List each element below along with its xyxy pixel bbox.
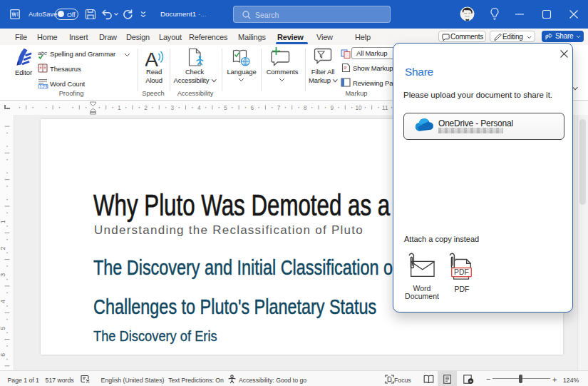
svg-text:1: 1 [0,220,6,223]
svg-text:5: 5 [0,326,6,330]
svg-text:3: 3 [171,105,175,111]
svg-text:8: 8 [304,105,307,111]
svg-text:7: 7 [277,105,281,111]
svg-text:A: A [145,48,158,67]
svg-text:9: 9 [330,105,334,111]
svg-text:2: 2 [144,105,148,111]
svg-text:6: 6 [0,353,6,357]
svg-text:1: 1 [118,105,121,111]
svg-text:PDF: PDF [454,268,469,276]
svg-text:4: 4 [0,300,6,303]
svg-text:4: 4 [197,105,201,111]
svg-text:5: 5 [224,105,227,111]
svg-text:6: 6 [251,105,254,111]
svg-text:3: 3 [0,273,6,277]
svg-text:10: 10 [355,105,362,111]
svg-text:11: 11 [382,105,388,111]
svg-text:2: 2 [0,246,6,250]
